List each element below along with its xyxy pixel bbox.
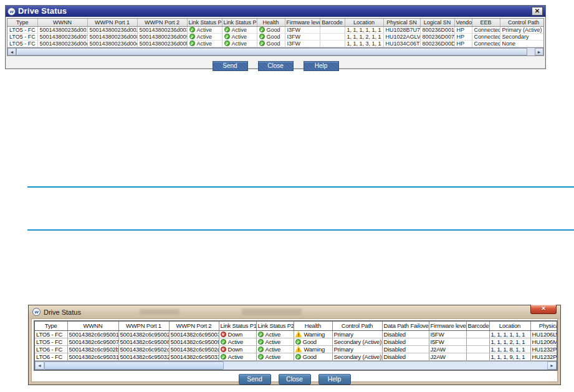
scroll-left-icon[interactable]: ◄	[7, 48, 16, 55]
column-header-link_p1[interactable]: Link Status P1	[219, 322, 256, 330]
cell-logical_sn: 800236D00D	[420, 40, 454, 47]
cell-type: LTO5 - FC	[7, 26, 37, 33]
column-header-data_path_failover[interactable]: Data Path Failover	[382, 322, 429, 330]
horizontal-scrollbar[interactable]: ◄ ►	[7, 47, 543, 55]
status-text: Active	[265, 353, 281, 360]
cell-link_p1: ✕Down	[219, 330, 256, 338]
column-header-vendor[interactable]: Vendor	[454, 19, 472, 26]
cell-link_p1: ✓Active	[187, 40, 222, 47]
cell-firmware: I5FW	[429, 338, 466, 345]
scroll-right-icon[interactable]: ►	[535, 48, 543, 55]
column-header-wwpn1[interactable]: WWPN Port 1	[87, 19, 137, 26]
column-header-firmware[interactable]: Firmware level	[285, 19, 320, 26]
column-header-physical_sn[interactable]: Physical SN	[383, 19, 420, 26]
column-header-wwnn[interactable]: WWNN	[37, 19, 87, 26]
cell-wwpn2: 50014382c6c9502d	[169, 345, 219, 353]
yellow-warning-icon: !	[295, 346, 302, 352]
cell-firmware: J2AW	[429, 345, 466, 353]
column-header-wwpn2[interactable]: WWPN Port 2	[137, 19, 187, 26]
column-header-location[interactable]: Location	[345, 19, 383, 26]
column-header-link_p1[interactable]: Link Status P1	[187, 19, 222, 26]
status-text: Active	[232, 27, 247, 33]
drive-status-table: TypeWWNNWWPN Port 1WWPN Port 2Link Statu…	[35, 322, 557, 361]
table-row[interactable]: LTO5 - FC500143800236d00d500143800236d00…	[7, 40, 543, 47]
column-header-wwpn2[interactable]: WWPN Port 2	[169, 322, 219, 330]
cell-physical_sn: HU1028B7U7	[383, 26, 420, 33]
cell-firmware: J2AW	[429, 353, 466, 360]
button-row: Send Close Help	[34, 374, 555, 385]
column-header-firmware[interactable]: Firmware level	[429, 322, 466, 330]
column-header-type[interactable]: Type	[7, 19, 37, 26]
redacted-blur	[140, 309, 179, 315]
column-header-control_path[interactable]: Control Path	[500, 19, 543, 26]
column-header-physical_sn[interactable]: Physical S	[530, 322, 557, 330]
horizontal-scrollbar[interactable]: ◄ ►	[35, 361, 557, 370]
cell-wwnn: 50014382c6c95007	[67, 338, 118, 345]
send-button[interactable]: Send	[213, 61, 248, 71]
column-header-health[interactable]: Health	[257, 19, 285, 26]
blue-separator-line	[27, 229, 574, 231]
table-row[interactable]: LTO6 - FC50014382c6c9503150014382c6c9503…	[35, 353, 557, 360]
column-header-eeb[interactable]: EEB	[472, 19, 500, 26]
help-button[interactable]: Help	[304, 61, 339, 71]
status-text: Active	[197, 41, 213, 47]
column-header-link_p2[interactable]: Link Status P2	[222, 19, 257, 26]
cell-barcode	[320, 40, 345, 47]
close-icon[interactable]: ✕	[530, 305, 557, 314]
column-header-logical_sn[interactable]: Logical SN	[420, 19, 454, 26]
scrollbar-track[interactable]	[224, 361, 547, 370]
cell-wwpn1: 50014382c6c95032	[118, 353, 169, 360]
table-row[interactable]: LTO6 - FC50014382c6c9502b50014382c6c9502…	[35, 345, 557, 353]
dialog-titlebar[interactable]: w Drive Status ✕	[29, 305, 560, 318]
scrollbar-thumb[interactable]	[16, 48, 527, 55]
column-header-barcode[interactable]: Barcode	[466, 322, 489, 330]
column-header-link_p2[interactable]: Link Status P2	[256, 322, 294, 330]
red-x-icon: ✕	[221, 332, 226, 337]
status-text: Active	[265, 346, 281, 353]
table-row[interactable]: LTO5 - FC50014382c6c9500750014382c6c9500…	[35, 338, 557, 345]
cell-barcode	[466, 330, 489, 338]
close-button[interactable]: Close	[258, 61, 294, 71]
column-header-barcode[interactable]: Barcode	[320, 19, 345, 26]
status-text: Warning	[304, 346, 325, 353]
cell-data_path_failover: Disabled	[382, 330, 429, 338]
cell-logical_sn: 800236D007	[420, 33, 454, 40]
send-button[interactable]: Send	[239, 374, 271, 385]
scrollbar-track[interactable]	[527, 48, 535, 55]
cell-firmware: I5FW	[429, 330, 466, 338]
table-row[interactable]: LTO5 - FC500143800236d001500143800236d00…	[7, 26, 543, 33]
status-text: Active	[228, 353, 244, 360]
cell-location: 1, 1, 1, 2, 1, 1	[345, 33, 383, 40]
table-row[interactable]: LTO5 - FC50014382c6c9500150014382c6c9500…	[35, 330, 557, 338]
help-button[interactable]: Help	[318, 374, 351, 385]
status-text: Good	[267, 27, 280, 33]
column-header-wwpn1[interactable]: WWPN Port 1	[118, 322, 169, 330]
column-header-wwnn[interactable]: WWNN	[67, 322, 118, 330]
cell-link_p2: ✓Active	[256, 330, 294, 338]
green-check-icon: ✓	[221, 354, 226, 360]
column-header-control_path[interactable]: Control Path	[332, 322, 382, 330]
scrollbar-thumb[interactable]	[44, 361, 224, 370]
cell-barcode	[466, 338, 489, 345]
status-text: Active	[228, 338, 244, 345]
status-text: Warning	[304, 331, 325, 338]
green-check-icon: ✓	[295, 339, 301, 345]
cell-physical_sn: HU1232PMJ	[530, 353, 557, 360]
green-check-icon: ✓	[259, 34, 265, 39]
close-button[interactable]: Close	[279, 374, 311, 385]
dialog-titlebar[interactable]: w Drive Status ✕	[6, 6, 545, 17]
green-check-icon: ✓	[189, 34, 195, 39]
dialog-title: Drive Status	[18, 6, 67, 17]
status-text: Good	[267, 41, 280, 47]
scroll-left-icon[interactable]: ◄	[35, 361, 44, 370]
cell-health: !Warning	[294, 345, 332, 353]
column-header-location[interactable]: Location	[489, 322, 530, 330]
scroll-right-icon[interactable]: ►	[547, 361, 557, 370]
column-header-type[interactable]: Type	[35, 322, 67, 330]
table-row[interactable]: LTO5 - FC500143800236d007500143800236d00…	[7, 33, 543, 40]
close-icon[interactable]: ✕	[532, 7, 543, 16]
column-header-health[interactable]: Health	[294, 322, 332, 330]
cell-wwpn2: 50014382c6c95033	[169, 353, 219, 360]
cell-location: 1, 1, 1, 1, 1, 1	[345, 26, 383, 33]
cell-physical_sn: HU1022AGLV	[383, 33, 420, 40]
